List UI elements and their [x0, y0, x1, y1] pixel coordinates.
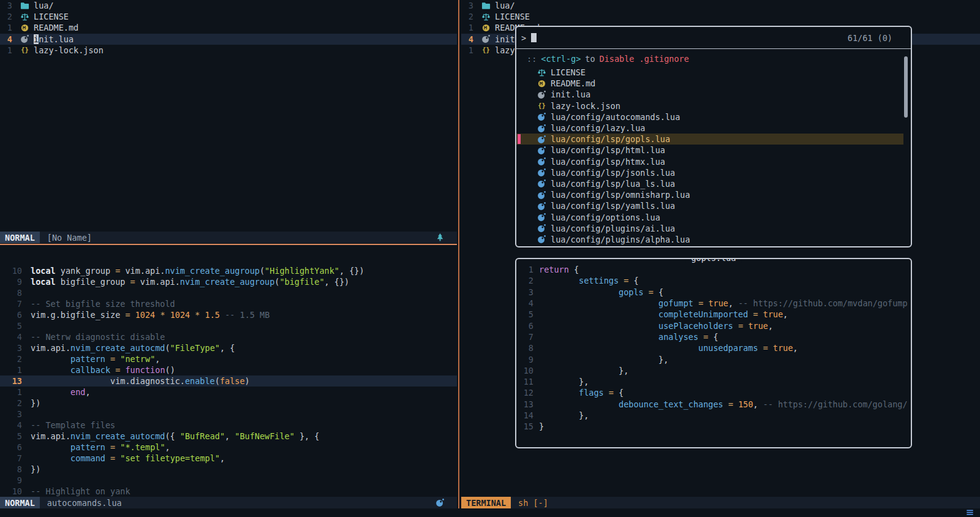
code-line[interactable]: 1 end, — [0, 387, 457, 398]
explorer-row-readme-md[interactable]: 1README.md — [0, 22, 457, 33]
finder-item-init-lua[interactable]: init.lua — [516, 89, 903, 100]
code-line[interactable]: 2 settings = { — [520, 275, 911, 286]
code-line[interactable]: 7 command = "set filetype=templ", — [0, 453, 457, 464]
code-text: completeUnimported = true, — [539, 309, 788, 319]
code-line[interactable]: 3 — [0, 409, 457, 420]
finder-item-lua-config-lsp-yamlls-lua[interactable]: lua/config/lsp/yamlls.lua — [516, 200, 903, 211]
finder-item-lua-config-lsp-htmx-lua[interactable]: lua/config/lsp/htmx.lua — [516, 156, 903, 167]
finder-item-readme-md[interactable]: README.md — [516, 78, 903, 89]
code-token: ( — [165, 343, 170, 353]
code-line[interactable]: 1return { — [520, 264, 911, 275]
explorer-row-license[interactable]: 2LICENSE — [461, 11, 980, 22]
code-line[interactable]: 2 pattern = "netrw", — [0, 353, 457, 364]
finder-item-lua-config-lsp-html-lua[interactable]: lua/config/lsp/html.lua — [516, 145, 903, 156]
line-number: 1 — [0, 23, 12, 32]
line-number: 12 — [520, 388, 533, 398]
explorer-row-init-lua[interactable]: 4init.lua — [0, 34, 457, 45]
code-text: }, — [539, 410, 589, 420]
code-line[interactable]: 14 }, — [520, 410, 911, 421]
finder-item-lua-config-lazy-lua[interactable]: lua/config/lazy.lua — [516, 123, 903, 134]
code-line[interactable]: 3 gopls = { — [520, 287, 911, 298]
file-label: lua/config/lsp/lua_ls.lua — [551, 179, 675, 189]
code-line[interactable]: 9local bigfile_group = vim.api.nvim_crea… — [0, 276, 457, 287]
finder-item-lua-config-options-lua[interactable]: lua/config/options.lua — [516, 211, 903, 222]
code-token: , — [753, 399, 763, 409]
code-token: "BufRead" — [180, 431, 225, 441]
finder-item-lua-config-lsp-jsonls-lua[interactable]: lua/config/lsp/jsonls.lua — [516, 167, 903, 178]
code-token — [539, 388, 579, 398]
finder-item-lua-config-autocomands-lua[interactable]: lua/config/autocomands.lua — [516, 111, 903, 123]
code-line[interactable]: 13 debounce_text_changes = 150, -- https… — [520, 399, 911, 410]
code-line[interactable]: 8}) — [0, 464, 457, 475]
code-token: vim.g.bigfile_size — [31, 310, 125, 320]
code-line[interactable]: 11 }, — [520, 376, 911, 387]
code-line[interactable]: 13 vim.diagnostic.enable(false) — [0, 375, 457, 387]
line-number: 15 — [520, 421, 533, 431]
code-line[interactable]: 1 callback = function() — [0, 364, 457, 375]
explorer-row-lazy-lock-json[interactable]: 1{}lazy-lock.json — [0, 45, 457, 56]
code-line[interactable]: 6vim.g.bigfile_size = 1024 * 1024 * 1.5 … — [0, 309, 457, 320]
window-separator-vertical — [458, 0, 459, 508]
code-line[interactable]: 6 usePlaceholders = true, — [520, 320, 911, 331]
code-token: 1024 — [135, 310, 156, 320]
code-token: end — [70, 387, 85, 397]
code-token — [539, 276, 579, 285]
code-line[interactable]: 10 }, — [520, 365, 911, 376]
code-token: "*.templ" — [120, 442, 165, 452]
code-line[interactable]: 5 completeUnimported = true, — [520, 309, 911, 320]
code-text: }, — [539, 377, 589, 387]
code-line[interactable]: 7-- Set bigfile size threshold — [0, 298, 457, 309]
code-text: gofumpt = true, -- https://github.com/mv… — [539, 298, 908, 308]
finder-item-license[interactable]: LICENSE — [516, 67, 903, 78]
code-line[interactable]: 4 gofumpt = true, -- https://github.com/… — [520, 298, 911, 309]
explorer-row-lua[interactable]: 3lua/ — [0, 0, 457, 11]
line-number: 6 — [520, 321, 533, 331]
code-line[interactable]: 5 — [0, 320, 457, 331]
finder-item-lua-config-lsp-omnisharp-lua[interactable]: lua/config/lsp/omnisharp.lua — [516, 189, 903, 200]
finder-item-lua-config-plugins-ai-lua[interactable]: lua/config/plugins/ai.lua — [516, 223, 903, 234]
window-separator-horizontal — [0, 244, 457, 245]
finder-prompt[interactable]: > 61/61 (0) — [516, 27, 911, 49]
explorer-row-license[interactable]: 2LICENSE — [0, 11, 457, 22]
finder-item-lua-config-lsp-gopls-lua[interactable]: lua/config/lsp/gopls.lua — [516, 134, 903, 145]
code-line[interactable]: 8 — [0, 287, 457, 298]
lua_gray-icon — [481, 34, 491, 43]
scrollbar-thumb[interactable] — [904, 56, 908, 118]
code-line[interactable]: 8 unusedparams = true, — [520, 342, 911, 353]
statusline-explorer: NORMAL [No Name] — [0, 232, 457, 243]
mode-indicator: NORMAL — [0, 232, 40, 243]
file-label: lazy-lock.json — [34, 45, 104, 55]
line-number: 5 — [0, 321, 22, 331]
lua_blue-icon — [537, 135, 546, 144]
lua_blue-icon — [537, 202, 546, 211]
code-line[interactable]: 2}) — [0, 398, 457, 409]
code-line[interactable]: 4-- Netrw diagnostic disable — [0, 331, 457, 342]
file-label: LICENSE — [495, 12, 530, 21]
code-token: }) — [31, 398, 40, 408]
code-line[interactable]: 12 flags = { — [520, 387, 911, 398]
code-line[interactable]: 9 }, — [520, 353, 911, 364]
code-line[interactable]: 10-- Highlight on yank — [0, 486, 457, 497]
code-text: callback = function() — [31, 365, 175, 375]
finder-item-lua-config-plugins-alpha-lua[interactable]: lua/config/plugins/alpha.lua — [516, 234, 903, 245]
code-line[interactable]: 6 pattern = "*.templ", — [0, 442, 457, 453]
finder-item-lua-config-lsp-lua-ls-lua[interactable]: lua/config/lsp/lua_ls.lua — [516, 178, 903, 189]
code-text: }) — [31, 464, 40, 474]
code-token: , — [85, 387, 90, 397]
list-icon — [965, 508, 974, 517]
finder-item-lazy-lock-json[interactable]: {}lazy-lock.json — [516, 100, 903, 111]
explorer-row-lua[interactable]: 3lua/ — [461, 0, 980, 11]
code-line[interactable]: 9 — [0, 475, 457, 486]
code-line[interactable]: 4-- Template files — [0, 420, 457, 431]
code-token: = — [763, 343, 768, 353]
code-token: = — [649, 287, 654, 297]
code-token: vim.api. — [31, 431, 70, 441]
code-line[interactable]: 5vim.api.nvim_create_autocmd({ "BufRead"… — [0, 431, 457, 442]
code-line[interactable]: 10local yank_group = vim.api.nvim_create… — [0, 265, 457, 276]
code-line[interactable]: 3vim.api.nvim_create_autocmd("FileType",… — [0, 342, 457, 353]
code-line[interactable]: 7 analyses = { — [520, 331, 911, 342]
code-token: "bigfile" — [279, 277, 324, 287]
code-token: = — [125, 310, 130, 320]
preview-popup: gopls.lua 1return {2 settings = {3 gopls… — [515, 258, 912, 448]
code-line[interactable]: 15} — [520, 421, 911, 432]
